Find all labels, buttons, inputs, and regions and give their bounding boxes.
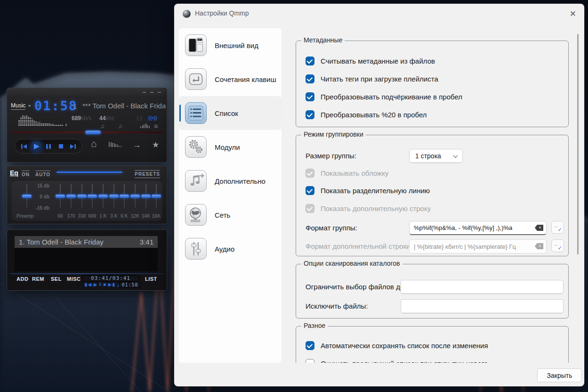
pause-button[interactable]: [43, 141, 54, 152]
mini-pause-icon[interactable]: ‖: [99, 282, 102, 287]
checkbox[interactable]: [306, 359, 314, 363]
player-titlebar[interactable]: [7, 88, 167, 97]
checkbox[interactable]: [306, 169, 314, 178]
appearance-icon: [185, 34, 207, 56]
checkbox-read-metadata[interactable]: Считывать метаданные из файлов: [306, 57, 435, 65]
dialog-titlebar[interactable]: Настройки Qmmp ✕: [174, 4, 584, 24]
group-format-input[interactable]: [409, 221, 547, 235]
close-window-icon[interactable]: [158, 92, 161, 93]
eq-band-handle[interactable]: [66, 194, 76, 198]
eq-band-handle[interactable]: [55, 194, 65, 198]
check-icon: ✓: [558, 227, 562, 233]
network-globe-icon: [185, 204, 207, 226]
clear-field-button[interactable]: ×: [534, 243, 544, 250]
format-fields-menu-button[interactable]: .. ✓: [551, 221, 564, 234]
playlist-list-button[interactable]: LIST: [145, 276, 157, 282]
player-main-window[interactable]: Music ▸ 01:58 1 *** Tom Odell - Black Fr…: [7, 88, 167, 163]
checkbox[interactable]: [306, 341, 314, 350]
playlist-misc-button[interactable]: MISC: [67, 276, 81, 282]
exclude-files-input[interactable]: [401, 299, 564, 313]
sidebar-item-audio[interactable]: Аудио: [179, 232, 282, 266]
sidebar-item-plugins[interactable]: Модули: [179, 130, 282, 164]
eq-band-handle[interactable]: [77, 194, 87, 198]
scrollbar-thumb[interactable]: [577, 34, 579, 254]
equalizer-window[interactable]: Eq ON AUTO PRESETS 15 db 0 db -15 db Pre…: [7, 166, 167, 224]
mini-play-icon[interactable]: ▶: [94, 282, 98, 287]
group-size-select[interactable]: 1 строка: [409, 149, 463, 163]
eq-on-button[interactable]: ON: [22, 171, 30, 177]
checkbox[interactable]: [306, 74, 314, 83]
playlist-add-button[interactable]: ADD: [16, 276, 28, 282]
stop-button[interactable]: [56, 141, 66, 152]
checkbox-show-separator-line[interactable]: Показать разделительную линию: [306, 186, 430, 195]
limit-files-label: Ограничить выбор файлов до:: [306, 280, 406, 294]
sidebar-item-advanced[interactable]: Дополнительно: [179, 164, 282, 198]
playlist-empty-area[interactable]: [15, 248, 158, 271]
checkbox-percent20-to-space[interactable]: Преобразовывать %20 в пробел: [306, 110, 427, 119]
home-icon[interactable]: ⌂: [91, 138, 97, 149]
audio-sliders-icon: [185, 238, 207, 260]
extra-format-fields-menu-button[interactable]: .. ✓: [551, 239, 564, 252]
playlist-current-item[interactable]: 1. Tom Odell - Black Friday 3:41: [15, 236, 158, 248]
limit-files-input[interactable]: [401, 280, 564, 294]
checkbox-underscore-to-space[interactable]: Преобразовывать подчёркивание в пробел: [306, 92, 462, 101]
mini-stop-icon[interactable]: ■: [104, 282, 107, 287]
playlist-mini-transport[interactable]: ▮◀ ▶ ‖ ■ ▶▮ ▲: [85, 282, 122, 287]
mini-prev-icon[interactable]: ▮◀: [85, 282, 92, 287]
dialog-close-icon[interactable]: ✕: [570, 9, 576, 19]
checkbox-autosave-playlist[interactable]: Автоматически сохранять список после изм…: [306, 341, 488, 350]
list-mode-icon[interactable]: ≡: [154, 122, 158, 130]
volume-bars-icon[interactable]: [109, 142, 121, 147]
checkbox[interactable]: [306, 204, 314, 213]
playlist-toggle-icon[interactable]: ♫: [118, 123, 125, 130]
playlist-rem-button[interactable]: REM: [32, 276, 44, 282]
eq-auto-button[interactable]: AUTO: [35, 171, 50, 177]
next-button[interactable]: [68, 141, 78, 152]
checkbox-read-tags-on-load[interactable]: Читать теги при загрузке плейлиста: [306, 74, 438, 83]
eq-band-handle[interactable]: [119, 194, 129, 198]
group-grouping: Режим группировки Размер группы: 1 строк…: [296, 135, 569, 256]
minimize-icon[interactable]: [143, 92, 146, 93]
checkbox-show-cover[interactable]: Показывать обложку: [306, 169, 388, 178]
seek-slider-handle[interactable]: [85, 131, 101, 134]
player-time-display[interactable]: 01:58: [34, 98, 77, 113]
eq-band-handle[interactable]: [109, 194, 119, 198]
sidebar-item-hotkeys[interactable]: Сочетания клавиш: [179, 62, 282, 96]
sidebar-item-appearance[interactable]: Внешний вид: [179, 28, 282, 62]
favorite-star-icon[interactable]: ★: [152, 140, 159, 150]
checkbox[interactable]: [306, 110, 314, 119]
track-title[interactable]: *** Tom Odell - Black Frida: [82, 102, 166, 110]
checkbox-show-extra-row[interactable]: Показать дополнительную строку: [306, 204, 431, 213]
shade-icon[interactable]: [150, 92, 153, 93]
playlist-window[interactable]: 1. Tom Odell - Black Friday 3:41 ADD REM…: [7, 229, 167, 291]
eq-band-handle[interactable]: [87, 194, 97, 198]
shuffle-arrow-icon[interactable]: →: [132, 140, 141, 150]
eq-band-handle[interactable]: [98, 194, 108, 198]
group-title: Разное: [301, 322, 328, 329]
playlist-sel-button[interactable]: SEL: [51, 276, 62, 282]
previous-button[interactable]: [19, 141, 29, 152]
checkbox-clear-previous-playlist[interactable]: Очищать предыдущий список при открытии н…: [306, 359, 488, 363]
spectrum-analyzer[interactable]: [18, 114, 70, 126]
eq-band-handle[interactable]: [151, 194, 161, 198]
eq-presets-button[interactable]: PRESETS: [135, 170, 160, 178]
check-icon: ✓: [558, 245, 562, 251]
eq-scale-bottom: -15 db: [29, 205, 49, 211]
visualization-icon[interactable]: [140, 123, 150, 128]
preamp-slider-handle[interactable]: [22, 194, 32, 198]
checkbox[interactable]: [306, 57, 314, 65]
eq-band-handle[interactable]: [130, 194, 140, 198]
equalizer-toggle-icon[interactable]: ♫: [100, 123, 107, 130]
mini-next-icon[interactable]: ▶▮: [108, 282, 116, 287]
clear-field-button[interactable]: ×: [534, 224, 544, 231]
checkbox[interactable]: [306, 186, 314, 195]
close-dialog-button[interactable]: Закрыть: [537, 368, 582, 382]
play-button[interactable]: [31, 141, 41, 152]
playlist-item-title: 1. Tom Odell - Black Friday: [19, 238, 104, 246]
extra-format-input[interactable]: [409, 239, 547, 253]
eq-band-handle[interactable]: [141, 194, 151, 198]
sidebar-item-playlist[interactable]: Список: [179, 96, 282, 130]
player-menu-button[interactable]: Music: [11, 102, 25, 110]
checkbox[interactable]: [306, 92, 314, 101]
sidebar-item-network[interactable]: Сеть: [179, 198, 282, 232]
